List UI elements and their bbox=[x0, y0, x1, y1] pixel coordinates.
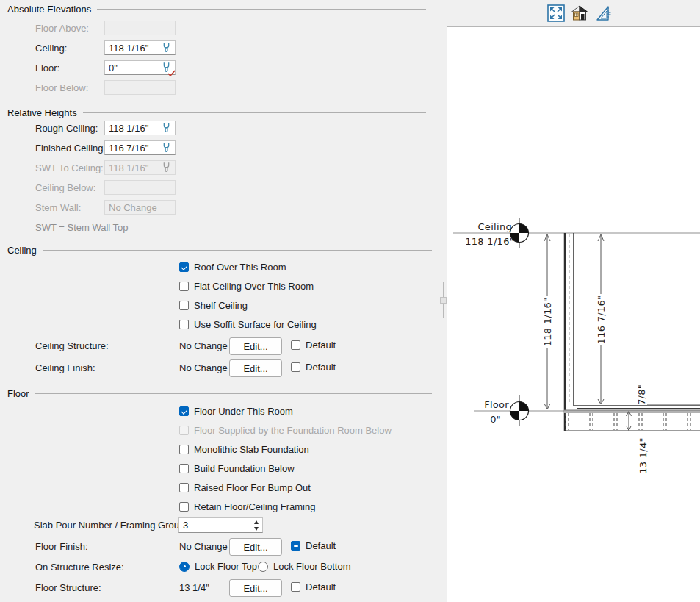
floor-finish-edit-button[interactable]: Edit... bbox=[229, 538, 282, 556]
checkbox-label: Raised Floor For Bump Out bbox=[194, 482, 311, 493]
checkbox[interactable] bbox=[179, 502, 189, 512]
wrench-icon[interactable] bbox=[160, 122, 173, 134]
ceiling-structure-label: Ceiling Structure: bbox=[35, 340, 109, 351]
swt-to-ceiling-field: 118 1/16" bbox=[104, 160, 176, 175]
radio-label: Lock Floor Bottom bbox=[273, 561, 351, 572]
floor-finish-default-checkbox[interactable]: Default bbox=[291, 540, 336, 551]
dollhouse-view-icon[interactable] bbox=[571, 4, 588, 22]
checkbox[interactable] bbox=[291, 541, 300, 551]
checkbox[interactable] bbox=[179, 464, 189, 473]
dimension-floor-structure-text: 13 1/4" bbox=[638, 437, 649, 474]
checkbox-label: Default bbox=[306, 540, 336, 551]
section-rule bbox=[35, 393, 432, 394]
ceiling-below-field bbox=[104, 180, 176, 195]
section-preview-pane: Ceiling 118 1/16" Floor 0" bbox=[447, 26, 700, 602]
floor-level-value: 0" bbox=[490, 414, 501, 425]
ceiling-finish-label: Ceiling Finish: bbox=[35, 362, 95, 373]
checkbox[interactable] bbox=[291, 582, 300, 592]
section-header-ceiling: Ceiling bbox=[7, 245, 432, 256]
checkbox-label: Default bbox=[306, 581, 336, 592]
radio-button[interactable] bbox=[179, 562, 190, 572]
rough-ceiling-field[interactable]: 118 1/16" bbox=[104, 121, 176, 135]
checkbox[interactable] bbox=[179, 445, 189, 454]
ceiling-structure-edit-button[interactable]: Edit... bbox=[229, 337, 282, 355]
ceiling-finish-value: No Change bbox=[179, 362, 228, 373]
checkbox-flat-ceiling-over-this-room[interactable]: Flat Ceiling Over This Room bbox=[179, 281, 314, 292]
checkbox-build-foundation-below[interactable]: Build Foundation Below bbox=[179, 463, 295, 474]
checkbox-label: Roof Over This Room bbox=[194, 262, 286, 273]
dimension-floor-structure bbox=[627, 412, 632, 431]
cross-section-drawing: Ceiling 118 1/16" Floor 0" bbox=[447, 27, 700, 601]
wrench-check-icon[interactable] bbox=[160, 62, 173, 74]
checkbox[interactable] bbox=[179, 262, 189, 272]
checkbox-label: Flat Ceiling Over This Room bbox=[194, 281, 314, 292]
finished-ceiling-label: Finished Ceiling: bbox=[35, 143, 106, 154]
floor-field[interactable]: 0" bbox=[104, 60, 176, 75]
dimension-rough-ceiling-text: 118 1/16" bbox=[542, 298, 553, 347]
checkbox-label: Retain Floor/Ceiling Framing bbox=[194, 501, 315, 512]
swt-note: SWT = Stem Wall Top bbox=[35, 222, 129, 233]
checkbox-raised-floor-for-bump-out[interactable]: Raised Floor For Bump Out bbox=[179, 482, 311, 493]
floor-platform bbox=[564, 406, 700, 431]
ceiling-level-value: 118 1/16" bbox=[465, 236, 514, 247]
floor-finish-value: No Change bbox=[179, 541, 228, 552]
floor-structure-edit-button[interactable]: Edit... bbox=[229, 579, 282, 597]
fit-to-window-icon[interactable] bbox=[547, 4, 565, 22]
slab-pour-label: Slab Pour Number / Framing Group: bbox=[34, 520, 187, 531]
checkbox[interactable] bbox=[179, 483, 189, 492]
floor-structure-default-checkbox[interactable]: Default bbox=[291, 581, 336, 592]
section-rule bbox=[43, 250, 432, 251]
checkbox[interactable] bbox=[179, 301, 189, 310]
wrench-icon[interactable] bbox=[160, 42, 173, 54]
checkbox[interactable] bbox=[179, 320, 189, 329]
rough-ceiling-label: Rough Ceiling: bbox=[35, 123, 98, 134]
checkbox-roof-over-this-room[interactable]: Roof Over This Room bbox=[179, 262, 286, 273]
checkbox[interactable] bbox=[291, 340, 300, 350]
floor-level-label: Floor bbox=[484, 399, 509, 410]
wrench-icon[interactable] bbox=[160, 142, 173, 154]
checkbox-monolithic-slab-foundation[interactable]: Monolithic Slab Foundation bbox=[179, 444, 309, 455]
finished-ceiling-field[interactable]: 116 7/16" bbox=[104, 140, 176, 155]
checkbox-label: Use Soffit Surface for Ceiling bbox=[194, 319, 317, 330]
section-title: Ceiling bbox=[7, 245, 43, 256]
checkbox-label: Default bbox=[306, 362, 336, 373]
stem-wall-label: Stem Wall: bbox=[35, 202, 81, 213]
ceiling-label: Ceiling: bbox=[35, 43, 67, 54]
checkbox[interactable] bbox=[291, 362, 300, 372]
checkbox[interactable] bbox=[179, 282, 189, 291]
wrench-icon-disabled bbox=[160, 162, 173, 173]
section-header-relative-heights: Relative Heights bbox=[7, 107, 426, 118]
swt-to-ceiling-value: 118 1/16" bbox=[109, 162, 160, 173]
checkbox-shelf-ceiling[interactable]: Shelf Ceiling bbox=[179, 300, 248, 311]
radio-button[interactable] bbox=[258, 562, 268, 572]
section-title: Floor bbox=[7, 388, 35, 399]
ceiling-structure-value: No Change bbox=[179, 340, 228, 351]
radio-lock-floor-bottom[interactable]: Lock Floor Bottom bbox=[258, 561, 351, 572]
checkbox-floor-supplied-by-foundation-room-below: Floor Supplied by the Foundation Room Be… bbox=[179, 425, 392, 436]
spinner-down-icon[interactable] bbox=[254, 527, 259, 531]
rough-ceiling-value: 118 1/16" bbox=[109, 123, 160, 134]
floor-above-label: Floor Above: bbox=[35, 23, 89, 34]
floor-value: 0" bbox=[109, 62, 160, 74]
ceiling-finish-default-checkbox[interactable]: Default bbox=[291, 362, 336, 373]
stem-wall-field: No Change bbox=[104, 200, 176, 215]
slab-pour-spinner[interactable]: 3 bbox=[178, 517, 263, 533]
ceiling-finish-edit-button[interactable]: Edit... bbox=[229, 359, 282, 377]
checkbox[interactable] bbox=[179, 406, 189, 416]
ceiling-below-label: Ceiling Below: bbox=[35, 182, 95, 193]
checkbox-label: Monolithic Slab Foundation bbox=[194, 444, 309, 455]
room-structure-dialog: Absolute Elevations Floor Above: Ceiling… bbox=[0, 0, 700, 602]
swt-to-ceiling-label: SWT To Ceiling: bbox=[35, 162, 104, 173]
elevation-view-icon[interactable] bbox=[595, 4, 613, 22]
checkbox-retain-floor-ceiling-framing[interactable]: Retain Floor/Ceiling Framing bbox=[179, 501, 315, 512]
panel-splitter-grip[interactable] bbox=[440, 297, 447, 304]
checkbox-use-soffit-surface-for-ceiling[interactable]: Use Soffit Surface for Ceiling bbox=[179, 319, 317, 330]
floor-datum-marker bbox=[510, 395, 529, 426]
spinner-up-icon[interactable] bbox=[254, 520, 259, 524]
checkbox-label: Shelf Ceiling bbox=[194, 300, 248, 311]
floor-below-field bbox=[104, 80, 176, 95]
checkbox-floor-under-this-room[interactable]: Floor Under This Room bbox=[179, 406, 293, 417]
radio-lock-floor-top[interactable]: Lock Floor Top bbox=[179, 561, 257, 572]
ceiling-field[interactable]: 118 1/16" bbox=[104, 40, 176, 55]
ceiling-structure-default-checkbox[interactable]: Default bbox=[291, 340, 336, 351]
